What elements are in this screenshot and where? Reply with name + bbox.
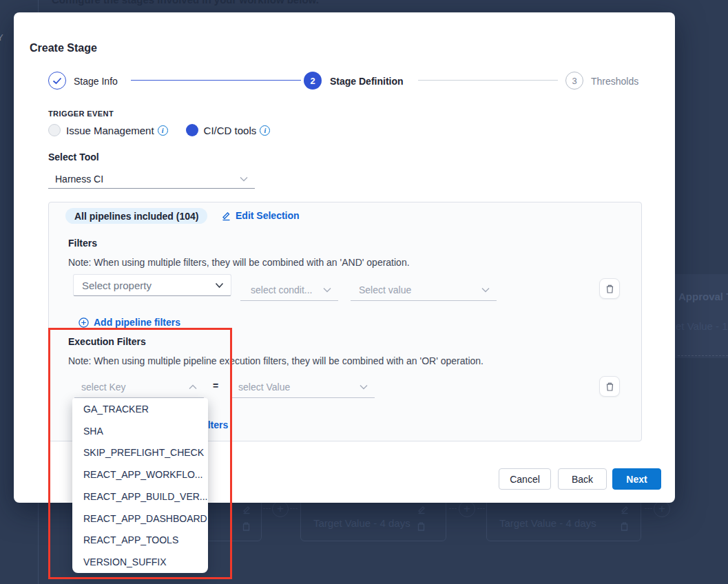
- tool-select-value: Harness CI: [55, 174, 240, 185]
- cancel-button[interactable]: Cancel: [499, 468, 551, 490]
- select-condition-dropdown[interactable]: select condit...: [240, 279, 338, 301]
- dropdown-option[interactable]: REACT_APP_WORKFLO...: [72, 463, 208, 486]
- dropdown-option[interactable]: GA_TRACKER: [72, 398, 208, 420]
- trash-icon: [242, 521, 253, 532]
- screen: Configure the stages involved in your wo…: [0, 0, 728, 584]
- add-stage-icon: +: [654, 501, 670, 517]
- edit-selection-link[interactable]: Edit Selection: [221, 210, 300, 221]
- trash-icon: [417, 521, 428, 532]
- step-number: 2: [310, 76, 315, 86]
- step-number: 3: [572, 76, 576, 86]
- connector-dash: [449, 508, 457, 509]
- chevron-up-icon: [189, 384, 197, 390]
- step-stage-info-label: Stage Info: [74, 76, 118, 87]
- chevron-down-icon: [240, 176, 248, 182]
- add-pipeline-filters-label: Add pipeline filters: [94, 317, 180, 328]
- tool-select[interactable]: Harness CI: [48, 169, 255, 189]
- step-thresholds-label: Thresholds: [591, 76, 638, 87]
- check-icon: [52, 77, 62, 85]
- pencil-icon: [417, 505, 428, 516]
- step-thresholds-indicator[interactable]: 3: [565, 72, 583, 90]
- background-column-header: Approval Ti: [678, 291, 728, 302]
- radio-cicd-tools-label: CI/CD tools: [204, 125, 257, 136]
- radio-cicd-tools[interactable]: [186, 124, 198, 136]
- workflow-card-label: Target Value - 4 days: [499, 517, 596, 529]
- next-button[interactable]: Next: [612, 468, 661, 490]
- back-button[interactable]: Back: [558, 468, 607, 490]
- trash-icon: [620, 521, 631, 532]
- select-exec-value-dropdown[interactable]: select Value: [230, 376, 375, 398]
- select-value-dropdown[interactable]: Select value: [351, 279, 497, 301]
- chevron-down-icon: [215, 282, 224, 289]
- pencil-icon: [620, 505, 631, 516]
- delete-filter-button[interactable]: [599, 278, 620, 299]
- chevron-down-icon: [360, 384, 368, 390]
- select-property-dropdown[interactable]: Select property: [73, 274, 231, 296]
- add-stage-icon: +: [459, 501, 475, 517]
- background-dashed-line: [678, 355, 728, 356]
- select-exec-value-placeholder: select Value: [238, 382, 360, 393]
- background-column-row: et Value - 1: [676, 320, 728, 332]
- radio-issue-management[interactable]: [48, 124, 61, 136]
- dropdown-option[interactable]: REACT_APP_TOOLS: [72, 530, 208, 552]
- workflow-card: Target Value - 4 days: [300, 499, 446, 541]
- background-letter: Y: [0, 32, 3, 43]
- filters-title: Filters: [68, 238, 97, 249]
- workflow-card: Target Value - 4 days: [486, 499, 641, 541]
- execution-filters-title: Execution Filters: [68, 336, 146, 347]
- edit-selection-label: Edit Selection: [236, 210, 300, 221]
- dropdown-option[interactable]: SKIP_PREFLIGHT_CHECK: [72, 442, 208, 464]
- select-tool-label: Select Tool: [48, 152, 99, 163]
- connector-dash: [290, 508, 298, 509]
- chevron-down-icon: [481, 287, 490, 293]
- radio-issue-management-label: Issue Management: [66, 125, 154, 136]
- select-key-placeholder: select Key: [81, 382, 189, 393]
- select-key-options-menu: GA_TRACKER SHA SKIP_PREFLIGHT_CHECK REAC…: [72, 398, 208, 573]
- stepper-connector: [131, 80, 301, 81]
- dropdown-option[interactable]: VERSION_SUFFIX: [72, 551, 208, 573]
- chevron-down-icon: [323, 287, 331, 293]
- equals-sign: =: [213, 380, 218, 391]
- info-icon[interactable]: i: [158, 125, 168, 136]
- select-condition-placeholder: select condit...: [251, 284, 323, 295]
- trigger-event-label: TRIGGER EVENT: [48, 110, 114, 118]
- select-property-placeholder: Select property: [82, 280, 215, 291]
- workflow-card-label: Target Value - 4 days: [313, 517, 410, 529]
- trash-icon: [605, 284, 614, 294]
- select-value-placeholder: Select value: [359, 284, 481, 295]
- step-stage-info-indicator[interactable]: [48, 72, 66, 90]
- connector-dash: [645, 508, 652, 509]
- step-stage-definition-indicator[interactable]: 2: [304, 72, 322, 90]
- add-stage-icon: +: [272, 501, 289, 517]
- stepper-connector: [418, 80, 558, 81]
- background-right-panel: [675, 274, 728, 358]
- background-heading: Configure the stages involved in your wo…: [52, 0, 319, 6]
- connector-dash: [477, 508, 485, 509]
- dropdown-option[interactable]: SHA: [72, 420, 208, 442]
- modal-title: Create Stage: [30, 42, 97, 54]
- pencil-icon: [242, 505, 253, 516]
- trash-icon: [605, 382, 614, 392]
- step-stage-definition-label: Stage Definition: [330, 76, 404, 87]
- select-key-dropdown[interactable]: select Key: [74, 376, 204, 398]
- connector-dash: [263, 508, 271, 509]
- dropdown-option[interactable]: REACT_APP_BUILD_VER...: [72, 486, 208, 508]
- filters-note: Note: When using multiple filters, they …: [68, 257, 410, 268]
- info-icon[interactable]: i: [260, 125, 270, 136]
- edit-icon: [221, 211, 231, 221]
- plus-circle-icon: [79, 317, 89, 328]
- execution-filters-note: Note: When using multiple pipeline execu…: [68, 355, 483, 366]
- add-pipeline-filters-link[interactable]: Add pipeline filters: [79, 317, 180, 328]
- pipelines-included-badge: All pipelines included (104): [65, 208, 207, 224]
- dropdown-option[interactable]: REACT_APP_DASHBOARD: [72, 508, 208, 530]
- delete-execution-filter-button[interactable]: [599, 376, 620, 397]
